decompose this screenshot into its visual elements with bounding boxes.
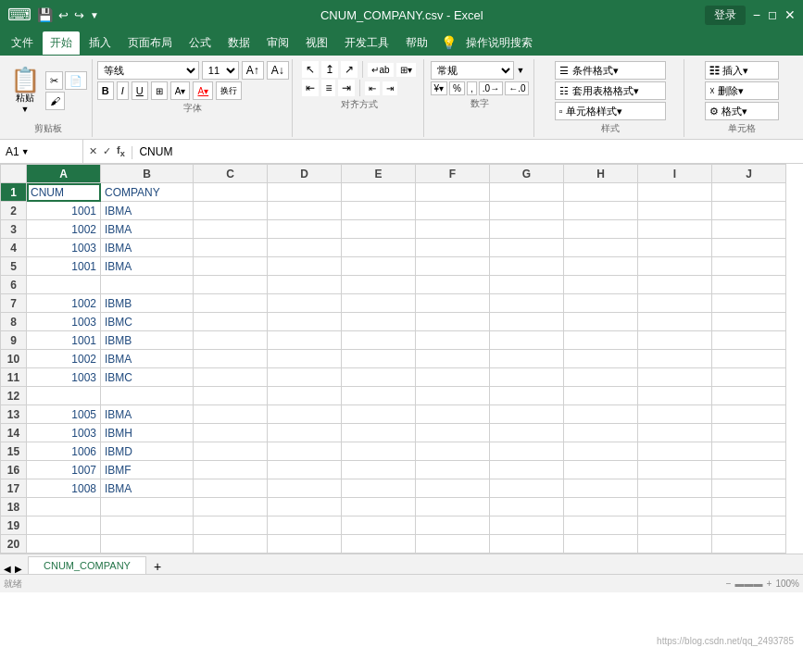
cell-r13c4[interactable] xyxy=(268,405,342,424)
currency-button[interactable]: ¥▾ xyxy=(431,81,448,95)
add-sheet-button[interactable]: + xyxy=(146,559,169,574)
cell-r2c9[interactable] xyxy=(638,202,712,220)
cell-r6c8[interactable] xyxy=(564,276,638,294)
cell-r3c7[interactable] xyxy=(490,220,564,239)
row-header-17[interactable]: 17 xyxy=(1,479,27,498)
row-header-20[interactable]: 20 xyxy=(1,535,27,554)
percent-button[interactable]: % xyxy=(449,81,465,95)
align-top-button[interactable]: ↥ xyxy=(321,61,338,78)
cell-r17c9[interactable] xyxy=(638,479,712,498)
zoom-out-button[interactable]: − xyxy=(726,579,732,589)
cell-r13c3[interactable] xyxy=(194,405,268,424)
cell-r19c9[interactable] xyxy=(638,516,712,535)
menu-search[interactable]: 操作说明搜索 xyxy=(458,31,540,55)
cell-r7c1[interactable]: 1002 xyxy=(27,294,101,313)
font-color-button[interactable]: A▾ xyxy=(193,81,213,100)
cell-r2c7[interactable] xyxy=(490,202,564,220)
cell-r17c7[interactable] xyxy=(490,479,564,498)
cell-r4c5[interactable] xyxy=(342,239,416,257)
cell-r8c10[interactable] xyxy=(712,313,786,331)
cell-r18c2[interactable] xyxy=(101,498,194,516)
menu-page-layout[interactable]: 页面布局 xyxy=(120,31,180,55)
cell-r6c6[interactable] xyxy=(416,276,490,294)
cell-r3c10[interactable] xyxy=(712,220,786,239)
cell-r14c5[interactable] xyxy=(342,424,416,442)
col-header-E[interactable]: E xyxy=(342,165,416,183)
menu-insert[interactable]: 插入 xyxy=(82,31,119,55)
cell-r18c8[interactable] xyxy=(564,498,638,516)
cell-r17c1[interactable]: 1008 xyxy=(27,479,101,498)
format-button[interactable]: ⚙ 格式▾ xyxy=(705,102,779,120)
cell-r10c2[interactable]: IBMA xyxy=(101,350,194,368)
cell-r7c8[interactable] xyxy=(564,294,638,313)
cell-r7c2[interactable]: IBMB xyxy=(101,294,194,313)
paste-dropdown[interactable]: ▼ xyxy=(20,105,29,114)
cell-r2c5[interactable] xyxy=(342,202,416,220)
decimal-decrease-button[interactable]: ←.0 xyxy=(505,81,529,95)
row-header-16[interactable]: 16 xyxy=(1,461,27,479)
cell-r5c7[interactable] xyxy=(490,257,564,276)
cell-r5c3[interactable] xyxy=(194,257,268,276)
cell-r19c7[interactable] xyxy=(490,516,564,535)
cell-r17c6[interactable] xyxy=(416,479,490,498)
cell-r13c5[interactable] xyxy=(342,405,416,424)
quick-access-undo[interactable]: ↩ xyxy=(58,8,69,22)
cell-r7c9[interactable] xyxy=(638,294,712,313)
cell-r12c4[interactable] xyxy=(268,387,342,405)
comma-button[interactable]: , xyxy=(467,81,477,95)
align-right-button[interactable]: ⇥ xyxy=(338,80,355,96)
cell-r11c9[interactable] xyxy=(638,368,712,387)
cell-r8c3[interactable] xyxy=(194,313,268,331)
cell-r16c8[interactable] xyxy=(564,461,638,479)
cell-r13c8[interactable] xyxy=(564,405,638,424)
cell-r8c8[interactable] xyxy=(564,313,638,331)
cell-r9c7[interactable] xyxy=(490,331,564,350)
cell-r18c1[interactable] xyxy=(27,498,101,516)
cell-r20c6[interactable] xyxy=(416,535,490,554)
cell-r10c9[interactable] xyxy=(638,350,712,368)
menu-review[interactable]: 审阅 xyxy=(259,31,296,55)
cell-r14c2[interactable]: IBMH xyxy=(101,424,194,442)
sheet-container[interactable]: A B C D E F G H I J 1CNUMCOMPANY21001IBM… xyxy=(0,164,803,554)
cell-r14c1[interactable]: 1003 xyxy=(27,424,101,442)
cell-r17c10[interactable] xyxy=(712,479,786,498)
cell-r9c9[interactable] xyxy=(638,331,712,350)
fill-color-button[interactable]: A▾ xyxy=(170,81,191,100)
cell-r12c9[interactable] xyxy=(638,387,712,405)
cell-r14c8[interactable] xyxy=(564,424,638,442)
col-header-J[interactable]: J xyxy=(712,165,786,183)
menu-data[interactable]: 数据 xyxy=(220,31,257,55)
col-header-F[interactable]: F xyxy=(416,165,490,183)
cell-r4c3[interactable] xyxy=(194,239,268,257)
cell-r5c5[interactable] xyxy=(342,257,416,276)
cell-r6c5[interactable] xyxy=(342,276,416,294)
cell-r15c8[interactable] xyxy=(564,442,638,461)
cell-r20c10[interactable] xyxy=(712,535,786,554)
cell-r6c3[interactable] xyxy=(194,276,268,294)
decimal-increase-button[interactable]: .0→ xyxy=(479,81,503,95)
font-name-select[interactable]: 等线 xyxy=(97,61,199,80)
cell-r3c3[interactable] xyxy=(194,220,268,239)
cell-r2c10[interactable] xyxy=(712,202,786,220)
cell-r3c8[interactable] xyxy=(564,220,638,239)
cell-r9c3[interactable] xyxy=(194,331,268,350)
cell-r13c7[interactable] xyxy=(490,405,564,424)
col-header-B[interactable]: B xyxy=(101,165,194,183)
cell-r20c2[interactable] xyxy=(101,535,194,554)
row-header-7[interactable]: 7 xyxy=(1,294,27,313)
cell-r16c9[interactable] xyxy=(638,461,712,479)
cell-r12c3[interactable] xyxy=(194,387,268,405)
cell-r15c7[interactable] xyxy=(490,442,564,461)
col-header-I[interactable]: I xyxy=(638,165,712,183)
row-header-10[interactable]: 10 xyxy=(1,350,27,368)
cell-r9c10[interactable] xyxy=(712,331,786,350)
cell-r20c1[interactable] xyxy=(27,535,101,554)
tab-nav-right[interactable]: ▶ xyxy=(15,564,22,574)
cell-r1c2[interactable]: COMPANY xyxy=(101,183,194,202)
cell-styles-button[interactable]: ▫ 单元格样式▾ xyxy=(555,102,666,120)
cell-r13c6[interactable] xyxy=(416,405,490,424)
row-header-8[interactable]: 8 xyxy=(1,313,27,331)
zoom-in-button[interactable]: + xyxy=(767,579,772,589)
cell-r6c1[interactable] xyxy=(27,276,101,294)
cell-r11c7[interactable] xyxy=(490,368,564,387)
